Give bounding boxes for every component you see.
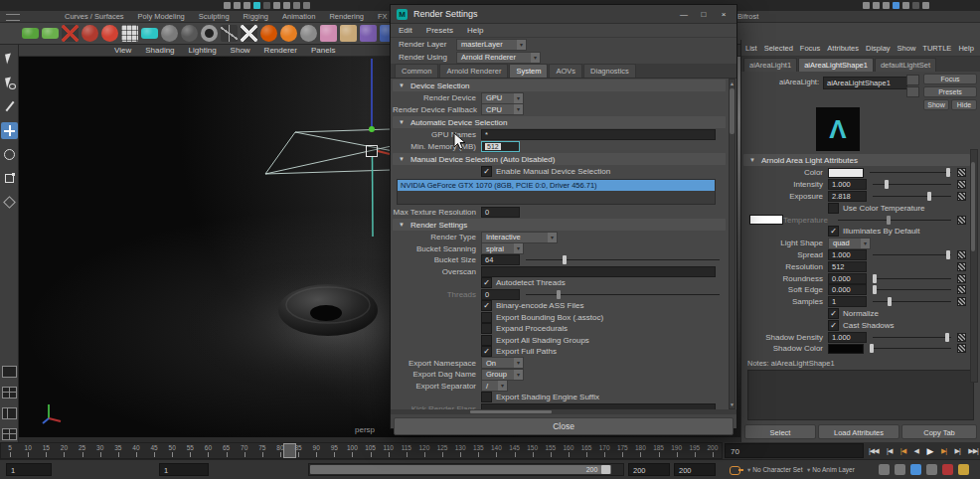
swatch-large-button[interactable] [906, 86, 919, 97]
section-header-manual-device-selection-auto-disabled[interactable]: ▼Manual Device Selection (Auto Disabled) [393, 153, 726, 165]
checkbox-binary-encode-ass-files[interactable]: ✓ [481, 300, 492, 311]
timeline-tick-165[interactable]: 165 [577, 443, 595, 458]
timeline-tick-130[interactable]: 130 [451, 443, 469, 458]
playback-end-field[interactable]: 200 [628, 463, 670, 476]
timeline-tick-160[interactable]: 160 [560, 443, 577, 458]
rotate-tool[interactable] [1, 146, 18, 163]
section-header-render-settings[interactable]: ▼Render Settings [393, 219, 726, 231]
scrollbar-thumb[interactable] [730, 88, 735, 134]
channel-box-toggle-icon[interactable] [893, 2, 899, 9]
texture-map-button[interactable] [957, 333, 966, 342]
range-handle[interactable] [601, 465, 610, 474]
field-samples[interactable]: 1 [828, 296, 867, 307]
maximize-button[interactable]: □ [699, 10, 709, 19]
ae-menu-display[interactable]: Display [866, 44, 891, 53]
select-tool[interactable] [1, 51, 18, 68]
slider-handle[interactable] [888, 297, 892, 306]
timeline-tick-200[interactable]: 200 [704, 443, 722, 458]
go-to-start-button[interactable]: |◀◀ [869, 447, 879, 455]
character-set-menu[interactable]: ▾No Character Set [747, 464, 802, 476]
slider[interactable] [870, 168, 951, 177]
set-key-icon[interactable] [730, 466, 740, 475]
shelf-render-flat-icon[interactable] [22, 28, 39, 39]
mute-icon[interactable] [926, 464, 937, 475]
slider[interactable] [526, 255, 720, 264]
timeline-tick-40[interactable]: 40 [127, 443, 145, 458]
arnold-status-icon[interactable] [912, 2, 919, 9]
last-tool-used[interactable] [1, 194, 18, 211]
shelf-render-flat-2-icon[interactable] [42, 28, 59, 39]
play-backwards-button[interactable]: ◀ [914, 447, 918, 455]
copy-tab-button[interactable]: Copy Tab [901, 424, 977, 439]
swatch-small-button[interactable] [906, 75, 919, 85]
texture-map-button[interactable] [957, 297, 966, 306]
history-icon[interactable] [283, 2, 290, 9]
texture-map-button[interactable] [957, 285, 966, 294]
timeline-tick-105[interactable]: 105 [362, 443, 380, 458]
slider[interactable] [873, 274, 951, 283]
ae-menu-attributes[interactable]: Attributes [827, 44, 859, 53]
slider[interactable] [870, 344, 951, 353]
field-roundness[interactable]: 0.000 [828, 273, 867, 284]
gpu-list-item[interactable]: NVIDIA GeForce GTX 1070 (8GB, PCIE 0:0, … [398, 180, 715, 191]
current-frame-field[interactable]: 70 [725, 443, 864, 458]
timeline-tick-95[interactable]: 95 [325, 443, 343, 458]
time-slider[interactable]: 5101520253035404550556065707580859095100… [0, 442, 723, 459]
checkbox-export-shading-engine-suffix[interactable] [481, 392, 492, 402]
shelf-tab-rigging[interactable]: Rigging [237, 11, 275, 22]
snap-point-icon[interactable] [244, 2, 250, 9]
section-header-automatic-device-selection[interactable]: ▼Automatic Device Selection [393, 116, 726, 128]
section-header-device-selection[interactable]: ▼Device Selection [393, 80, 726, 91]
ae-menu-list[interactable]: List [745, 44, 757, 53]
render-icon[interactable] [293, 2, 300, 9]
field-spread[interactable]: 1.000 [828, 249, 867, 260]
timeline-tick-10[interactable]: 10 [19, 443, 37, 458]
timeline-tick-60[interactable]: 60 [199, 443, 217, 458]
checkbox-expand-procedurals[interactable] [481, 323, 492, 334]
color-swatch-shadow-color[interactable] [828, 344, 864, 354]
field-min-memory-mb[interactable]: 512 [481, 141, 520, 152]
vertical-scrollbar[interactable]: ▲ ▼ [729, 79, 735, 409]
anim-layer-menu[interactable]: ▾No Anim Layer [807, 464, 855, 476]
tab-diagnostics[interactable]: Diagnostics [583, 64, 636, 78]
shelf-pink-swatch-icon[interactable] [320, 25, 337, 42]
slider-handle[interactable] [557, 290, 561, 299]
symmetry-icon[interactable] [273, 2, 280, 9]
timeline-tick-125[interactable]: 125 [433, 443, 451, 458]
playback-start-field[interactable]: 1 [159, 463, 209, 476]
timeline-tick-155[interactable]: 155 [542, 443, 560, 458]
ae-tab-aiarealightshape1[interactable]: aiAreaLightShape1 [798, 58, 874, 72]
timeline-tick-90[interactable]: 90 [307, 443, 325, 458]
step-forward-frame-button[interactable]: ▶| [955, 447, 960, 455]
tab-aovs[interactable]: AOVs [549, 64, 582, 78]
checkbox-enable-manual-device-selection[interactable]: ✓ [481, 166, 492, 177]
layout-single-pane[interactable] [2, 366, 17, 378]
layout-hypershade-persp[interactable] [2, 428, 17, 440]
timeline-tick-120[interactable]: 120 [415, 443, 433, 458]
viewport-menu-show[interactable]: Show [231, 46, 250, 55]
shelf-tab-curves-surfaces[interactable]: Curves / Surfaces [58, 11, 131, 22]
modeling-toolkit-icon[interactable] [902, 2, 909, 9]
cached-playback-icon[interactable] [910, 464, 921, 475]
presets-button[interactable]: Presets [923, 86, 977, 97]
live-surface-icon[interactable] [263, 2, 270, 9]
slider[interactable] [873, 192, 951, 201]
snap-curve-icon[interactable] [234, 2, 241, 9]
field-exposure[interactable]: 2.818 [828, 191, 867, 202]
slider-handle[interactable] [946, 250, 950, 259]
step-back-frame-button[interactable]: |◀ [887, 447, 892, 455]
step-forward-key-button[interactable]: ▶| [941, 447, 946, 455]
checkbox-autodetect-threads[interactable]: ✓ [481, 277, 492, 288]
field-resolution[interactable]: 512 [828, 261, 867, 272]
scale-tool[interactable] [1, 170, 18, 187]
ae-tab-defaultlightset[interactable]: defaultLightSet [875, 58, 936, 72]
viewport-menu-panels[interactable]: Panels [311, 46, 335, 55]
timeline-playhead[interactable] [283, 443, 296, 458]
shelf-tab-rendering[interactable]: Rendering [322, 11, 371, 22]
ae-menu-help[interactable]: Help [958, 44, 973, 53]
texture-map-button[interactable] [957, 250, 966, 259]
shelf-ring-icon[interactable] [201, 25, 218, 42]
slider-handle[interactable] [945, 333, 949, 342]
load-attributes-button[interactable]: Load Attributes [818, 424, 899, 439]
viewport-menu-lighting[interactable]: Lighting [189, 46, 217, 55]
